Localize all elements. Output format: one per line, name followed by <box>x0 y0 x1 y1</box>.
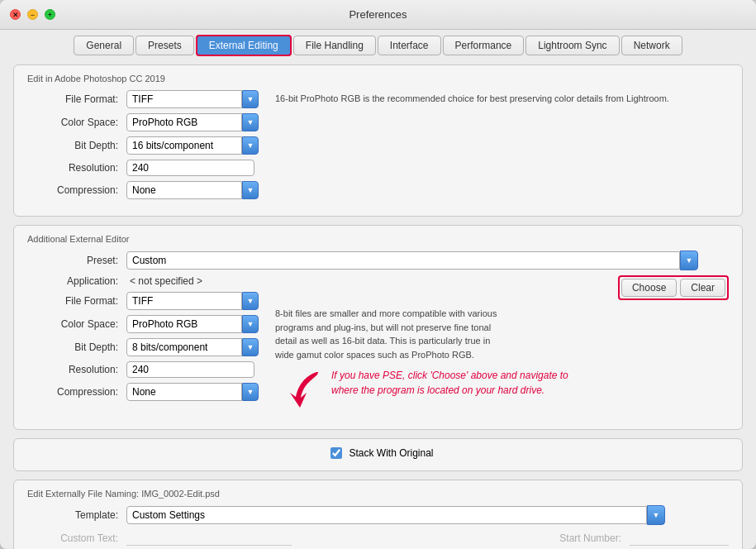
photoshop-forms-row: File Format: TIFF ▼ Color Space: <box>27 90 729 204</box>
photoshop-file-format-control[interactable]: TIFF ▼ <box>126 90 259 108</box>
photoshop-compression-control[interactable]: None ▼ <box>126 181 259 199</box>
photoshop-resolution-input[interactable] <box>126 160 254 176</box>
clear-button[interactable]: Clear <box>680 279 725 297</box>
tabs-bar: General Presets External Editing File Ha… <box>0 30 756 56</box>
template-arrow-btn[interactable]: ▼ <box>647 505 665 525</box>
stack-checkbox[interactable] <box>330 447 342 459</box>
additional-file-format-row: File Format: TIFF ▼ <box>27 292 259 310</box>
additional-resolution-row: Resolution: <box>27 361 259 378</box>
tab-network[interactable]: Network <box>621 36 682 55</box>
file-naming-section: Edit Externally File Naming: IMG_0002-Ed… <box>13 480 743 549</box>
additional-bit-depth-control[interactable]: 8 bits/component ▼ <box>126 338 259 356</box>
additional-file-format-select[interactable]: TIFF <box>126 292 242 310</box>
additional-bit-depth-arrow[interactable]: ▼ <box>242 338 259 356</box>
preset-row: Preset: Custom ▼ <box>27 251 729 270</box>
photoshop-color-space-control[interactable]: ProPhoto RGB ▼ <box>126 113 259 131</box>
app-section-inner: Application: < not specified > File Form… <box>27 275 729 418</box>
additional-file-format-arrow[interactable]: ▼ <box>242 292 259 310</box>
additional-resolution-input[interactable] <box>126 361 254 378</box>
start-number-input[interactable] <box>630 530 729 546</box>
maximize-button[interactable]: + <box>45 9 55 20</box>
photoshop-resolution-label: Resolution: <box>27 162 126 174</box>
additional-bit-depth-select[interactable]: 8 bits/component <box>126 338 242 356</box>
annotation-text: If you have PSE, click 'Choose' above an… <box>331 368 596 398</box>
photoshop-file-format-select[interactable]: TIFF <box>126 90 242 108</box>
photoshop-compression-row: Compression: None ▼ <box>27 181 259 199</box>
close-button[interactable]: ✕ <box>10 9 21 20</box>
start-number-label: Start Number: <box>530 532 630 544</box>
tab-lightroom-sync[interactable]: Lightroom Sync <box>525 36 619 55</box>
stack-section: Stack With Original <box>13 438 743 471</box>
template-label: Template: <box>27 509 126 521</box>
custom-text-input[interactable] <box>126 530 292 546</box>
application-label: Application: <box>27 275 126 287</box>
photoshop-file-format-row: File Format: TIFF ▼ <box>27 90 259 108</box>
additional-bit-depth-row: Bit Depth: 8 bits/component ▼ <box>27 338 259 356</box>
application-row: Application: < not specified > <box>27 275 259 287</box>
photoshop-info-text: 16-bit ProPhoto RGB is the recommended c… <box>275 93 669 103</box>
template-row: Template: Custom Settings ▼ <box>27 505 729 525</box>
application-value: < not specified > <box>130 275 202 287</box>
tab-external-editing[interactable]: External Editing <box>196 35 292 56</box>
photoshop-compression-select[interactable]: None <box>126 181 242 199</box>
additional-file-format-control[interactable]: TIFF ▼ <box>126 292 259 310</box>
template-select-wrap[interactable]: Custom Settings ▼ <box>126 505 665 525</box>
tab-interface[interactable]: Interface <box>378 36 441 55</box>
additional-color-space-arrow[interactable]: ▼ <box>242 315 259 333</box>
additional-compression-control[interactable]: None ▼ <box>126 383 259 401</box>
additional-editor-title: Additional External Editor <box>27 234 729 244</box>
file-naming-title: Edit Externally File Naming: IMG_0002-Ed… <box>27 489 729 499</box>
additional-info-text: 8-bit files are smaller and more compati… <box>275 307 506 361</box>
stack-label[interactable]: Stack With Original <box>349 447 433 459</box>
stack-checkbox-row: Stack With Original <box>322 447 433 459</box>
tab-file-handling[interactable]: File Handling <box>293 36 376 55</box>
content-area: Edit in Adobe Photoshop CC 2019 File For… <box>0 56 756 549</box>
custom-text-label: Custom Text: <box>27 532 126 544</box>
photoshop-bit-depth-control[interactable]: 16 bits/component ▼ <box>126 136 259 155</box>
tab-performance[interactable]: Performance <box>443 36 525 55</box>
additional-resolution-label: Resolution: <box>27 364 126 375</box>
choose-clear-buttons: Choose Clear <box>618 275 729 300</box>
photoshop-compression-arrow[interactable]: ▼ <box>242 181 259 199</box>
photoshop-color-space-label: Color Space: <box>27 117 126 128</box>
photoshop-color-space-row: Color Space: ProPhoto RGB ▼ <box>27 113 259 131</box>
photoshop-resolution-row: Resolution: <box>27 160 259 176</box>
photoshop-color-space-select[interactable]: ProPhoto RGB <box>126 113 242 131</box>
photoshop-section-title: Edit in Adobe Photoshop CC 2019 <box>27 74 729 84</box>
arrow-icon <box>283 368 325 418</box>
photoshop-bit-depth-arrow[interactable]: ▼ <box>242 136 259 155</box>
additional-compression-arrow[interactable]: ▼ <box>242 383 259 401</box>
photoshop-info: 16-bit ProPhoto RGB is the recommended c… <box>267 90 729 106</box>
photoshop-file-format-arrow[interactable]: ▼ <box>242 90 259 108</box>
preset-select[interactable]: Custom <box>126 251 680 270</box>
photoshop-color-space-arrow[interactable]: ▼ <box>242 113 259 131</box>
photoshop-bit-depth-label: Bit Depth: <box>27 140 126 151</box>
preset-arrow-btn[interactable]: ▼ <box>680 251 698 270</box>
additional-color-space-control[interactable]: ProPhoto RGB ▼ <box>126 315 259 333</box>
photoshop-bit-depth-select[interactable]: 16 bits/component <box>126 136 242 155</box>
preset-label: Preset: <box>27 255 126 266</box>
additional-file-format-label: File Format: <box>27 295 126 307</box>
additional-compression-row: Compression: None ▼ <box>27 383 259 401</box>
photoshop-bit-depth-row: Bit Depth: 16 bits/component ▼ <box>27 136 259 155</box>
window-title: Preferences <box>349 8 407 21</box>
app-right-annotations: Choose Clear 8-bit files are smaller and… <box>259 275 729 418</box>
application-left: Application: < not specified > <box>27 275 202 287</box>
bottom-row: Custom Text: Start Number: <box>27 530 729 546</box>
minimize-button[interactable]: − <box>27 9 38 20</box>
preset-select-wrap[interactable]: Custom ▼ <box>126 251 698 270</box>
additional-bit-depth-label: Bit Depth: <box>27 341 126 353</box>
preferences-window: ✕ − + Preferences General Presets Extern… <box>0 0 756 549</box>
additional-color-space-row: Color Space: ProPhoto RGB ▼ <box>27 315 259 333</box>
additional-compression-label: Compression: <box>27 386 126 398</box>
additional-editor-section: Additional External Editor Preset: Custo… <box>13 225 743 430</box>
additional-color-space-label: Color Space: <box>27 318 126 330</box>
additional-compression-select[interactable]: None <box>126 383 242 401</box>
window-controls: ✕ − + <box>10 9 55 20</box>
tab-general[interactable]: General <box>74 36 134 55</box>
tab-presets[interactable]: Presets <box>136 36 194 55</box>
photoshop-section: Edit in Adobe Photoshop CC 2019 File For… <box>13 64 743 217</box>
template-select[interactable]: Custom Settings <box>126 506 647 524</box>
additional-color-space-select[interactable]: ProPhoto RGB <box>126 315 242 333</box>
choose-button[interactable]: Choose <box>621 279 677 297</box>
